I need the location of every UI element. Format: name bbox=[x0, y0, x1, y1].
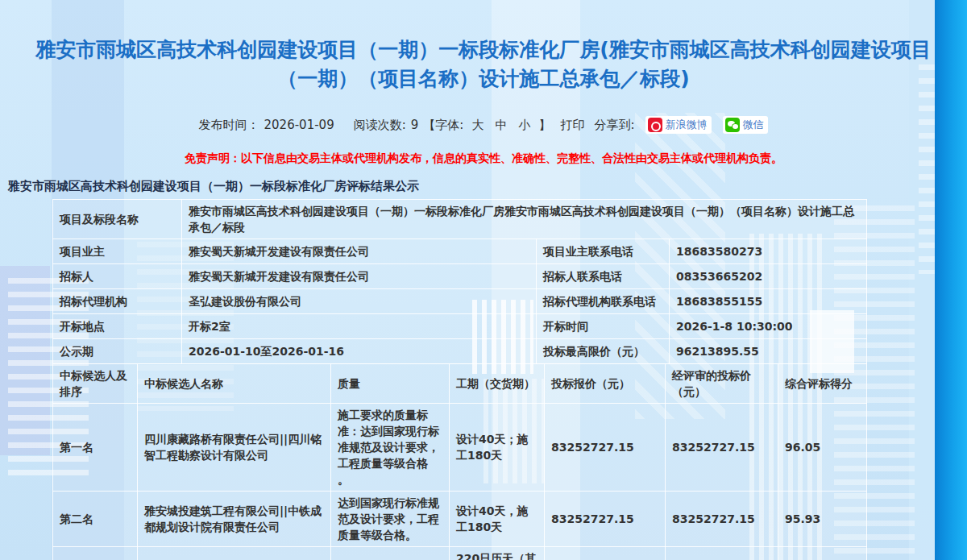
owner-phone-label: 项目业主联系电话 bbox=[537, 239, 670, 264]
candidate-duration: 设计40天；施工180天 bbox=[450, 404, 545, 492]
table-row: 项目及标段名称 雅安市雨城区高技术科创园建设项目（一期）一标段标准化厂房雅安市雨… bbox=[53, 200, 867, 239]
font-size-medium-button[interactable]: 中 bbox=[495, 118, 507, 133]
table-row: 公示期 2026-01-10至2026-01-16 投标最高限价（元） 9621… bbox=[53, 339, 867, 364]
col-score: 综合评标得分 bbox=[778, 364, 867, 404]
owner-phone-value: 18683580273 bbox=[670, 239, 867, 264]
candidate-name: 四川康藏路桥有限责任公司||四川铭智工程勘察设计有限公司 bbox=[138, 404, 331, 492]
publish-time-label: 发布时间： bbox=[199, 118, 259, 133]
share-wechat-label: 微信 bbox=[742, 118, 763, 132]
col-name: 中标候选人名称 bbox=[138, 364, 331, 404]
owner-value: 雅安蜀天新城开发建设有限责任公司 bbox=[182, 239, 537, 264]
agency-phone-label: 招标代理机构联系电话 bbox=[537, 289, 670, 314]
tenderer-phone-value: 08353665202 bbox=[670, 264, 867, 289]
candidate-quality: 施工要求的质量标准：达到国家现行标准规范及设计要求，工程质量等级合格 。 bbox=[331, 404, 450, 492]
table-row: 招标代理机构 圣弘建设股份有限公司 招标代理机构联系电话 18683855155 bbox=[53, 289, 867, 314]
agency-phone-value: 18683855155 bbox=[670, 289, 867, 314]
project-name-label: 项目及标段名称 bbox=[53, 200, 182, 239]
share-weibo-label: 新浪微博 bbox=[665, 118, 707, 132]
print-button[interactable]: 打印 bbox=[560, 118, 584, 133]
candidate-score: 96.05 bbox=[778, 404, 867, 492]
open-place-value: 开标2室 bbox=[182, 314, 537, 339]
col-duration: 工期（交货期） bbox=[450, 364, 545, 404]
candidate-price: 83252727.18 bbox=[545, 547, 666, 560]
col-evaluated-price: 经评审的投标价（元） bbox=[666, 364, 778, 404]
table-row: 项目业主 雅安蜀天新城开发建设有限责任公司 项目业主联系电话 186835802… bbox=[53, 239, 867, 264]
candidate-duration: 设计40天，施工180天 bbox=[450, 492, 545, 547]
result-announcement-title: 雅安市雨城区高技术科创园建设项目（一期）一标段标准化厂房评标结果公示 bbox=[8, 179, 967, 194]
candidate-evaluated-price: 83252727.18 bbox=[666, 547, 778, 560]
candidates-header-row: 中标候选人及排序 中标候选人名称 质量 工期（交货期） 投标报价（元） 经评审的… bbox=[53, 364, 867, 404]
tenderer-phone-label: 招标人联系电话 bbox=[537, 264, 670, 289]
candidates-table: 中标候选人及排序 中标候选人名称 质量 工期（交货期） 投标报价（元） 经评审的… bbox=[52, 363, 867, 560]
meta-bar: 发布时间： 2026-01-09 阅读次数: 9 【字体: 大 中 小 】 打印… bbox=[0, 116, 967, 134]
disclaimer-text: 免责声明：以下信息由交易主体或代理机构发布，信息的真实性、准确性、完整性、合法性… bbox=[0, 151, 967, 166]
candidate-row: 第二名 雅安城投建筑工程有限公司||中铁成都规划设计院有限责任公司 达到国家现行… bbox=[53, 492, 867, 547]
max-price-label: 投标最高限价（元） bbox=[537, 339, 670, 364]
wechat-icon bbox=[725, 118, 740, 132]
publicity-period-value: 2026-01-10至2026-01-16 bbox=[182, 339, 537, 364]
share-weibo-button[interactable]: 新浪微博 bbox=[645, 116, 712, 134]
tenderer-value: 雅安蜀天新城开发建设有限责任公司 bbox=[182, 264, 537, 289]
candidate-score: 95.93 bbox=[778, 492, 867, 547]
publicity-period-label: 公示期 bbox=[53, 339, 182, 364]
candidate-row: 第一名 四川康藏路桥有限责任公司||四川铭智工程勘察设计有限公司 施工要求的质量… bbox=[53, 404, 867, 492]
owner-label: 项目业主 bbox=[53, 239, 182, 264]
candidate-duration: 220日历天（其中：设计40天，施工180天） bbox=[450, 547, 545, 560]
font-size-close: 】 bbox=[538, 118, 550, 133]
publish-time-value: 2026-01-09 bbox=[264, 118, 334, 132]
weibo-icon bbox=[648, 118, 662, 132]
open-time-value: 2026-1-8 10:30:00 bbox=[670, 314, 867, 339]
font-size-large-button[interactable]: 大 bbox=[471, 118, 484, 133]
agency-label: 招标代理机构 bbox=[53, 289, 182, 314]
candidate-name: 新疆兵团城建集团有限公司||中船第九设计研究院工程有限公司 bbox=[138, 547, 331, 560]
project-name-value: 雅安市雨城区高技术科创园建设项目（一期）一标段标准化厂房雅安市雨城区高技术科创园… bbox=[182, 200, 867, 239]
open-place-label: 开标地点 bbox=[53, 314, 182, 339]
font-size-small-button[interactable]: 小 bbox=[518, 118, 530, 133]
font-size-open: 【字体: bbox=[423, 118, 463, 133]
col-rank: 中标候选人及排序 bbox=[53, 364, 138, 404]
views-count: 9 bbox=[411, 118, 419, 132]
share-label: 分享到: bbox=[594, 118, 634, 133]
candidate-rank: 第三名 bbox=[53, 547, 138, 560]
candidate-row: 第三名 新疆兵团城建集团有限公司||中船第九设计研究院工程有限公司 达到国家现行… bbox=[53, 547, 867, 560]
open-time-label: 开标时间 bbox=[537, 314, 670, 339]
candidate-quality: 达到国家现行标准规范及设计要求，工程质量等级合格。 bbox=[331, 492, 450, 547]
table-row: 招标人 雅安蜀天新城开发建设有限责任公司 招标人联系电话 08353665202 bbox=[53, 264, 867, 289]
candidate-name: 雅安城投建筑工程有限公司||中铁成都规划设计院有限责任公司 bbox=[138, 492, 331, 547]
project-info-table: 项目及标段名称 雅安市雨城区高技术科创园建设项目（一期）一标段标准化厂房雅安市雨… bbox=[52, 199, 867, 364]
page-title: 雅安市雨城区高技术科创园建设项目（一期）一标段标准化厂房(雅安市雨城区高技术科创… bbox=[20, 0, 947, 93]
candidate-rank: 第一名 bbox=[53, 404, 138, 492]
candidate-evaluated-price: 83252727.15 bbox=[666, 404, 778, 492]
candidate-price: 83252727.15 bbox=[545, 404, 666, 492]
candidate-score: 95.75 bbox=[778, 547, 867, 560]
max-price-value: 96213895.55 bbox=[670, 339, 867, 364]
tenderer-label: 招标人 bbox=[53, 264, 182, 289]
col-quality: 质量 bbox=[331, 364, 450, 404]
agency-value: 圣弘建设股份有限公司 bbox=[182, 289, 537, 314]
candidate-evaluated-price: 83252727.15 bbox=[666, 492, 778, 547]
candidate-price: 83252727.15 bbox=[545, 492, 666, 547]
table-row: 开标地点 开标2室 开标时间 2026-1-8 10:30:00 bbox=[53, 314, 867, 339]
candidate-quality: 达到国家现行标准规范及设计要求，工程质量等级合格 bbox=[331, 547, 450, 560]
share-wechat-button[interactable]: 微信 bbox=[723, 116, 768, 134]
views-label: 阅读次数: bbox=[354, 118, 406, 133]
col-price: 投标报价（元） bbox=[545, 364, 666, 404]
candidate-rank: 第二名 bbox=[53, 492, 138, 547]
